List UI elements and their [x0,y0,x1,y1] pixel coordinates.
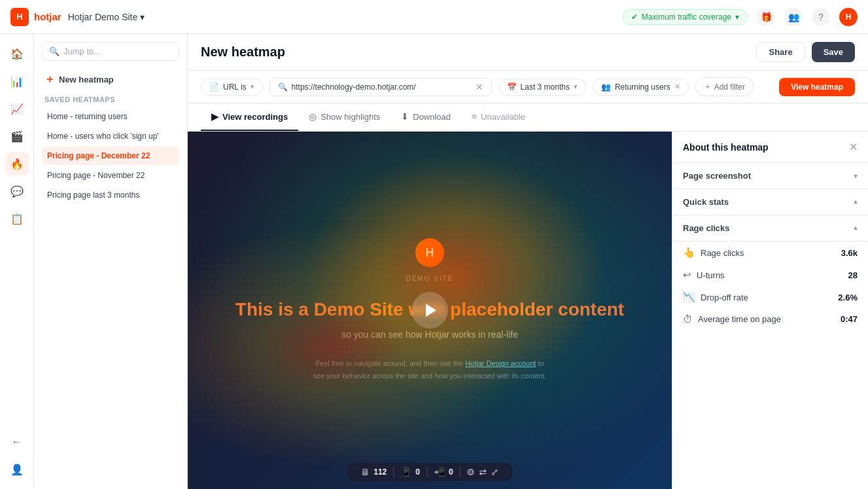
plus-icon: ＋ [704,81,712,92]
users-icon: 👥 [601,82,611,92]
save-button[interactable]: Save [812,42,855,62]
uturns-stat-row: ↩ U-turns 28 [672,264,868,286]
dropoff-label: Drop-off rate [701,293,748,302]
sidebar-item-analytics[interactable]: 📊 [5,69,29,93]
chevron-up-icon: ▾ [854,224,858,233]
sidebar-item-collapse[interactable]: ← [5,430,29,454]
sidebar-item-heatmaps[interactable]: 🔥 [5,152,29,175]
play-button-overlay[interactable] [411,292,448,329]
nav-left: H hotjar Hotjar Demo Site ▾ [10,8,145,26]
list-item[interactable]: Pricing page - November 22 [42,166,179,185]
list-item[interactable]: Pricing page last 3 months [42,186,179,204]
list-item[interactable]: Pricing page - December 22 [42,147,179,165]
dropoff-icon: 📉 [683,291,695,303]
app-body: 🏠 📊 📈 🎬 🔥 💬 📋 ← 👤 🔍 Jump to... ＋ New hea… [0,34,868,489]
page-screenshot-header[interactable]: Page screenshot ▾ [672,163,868,189]
share-button[interactable]: Share [756,42,805,62]
url-type-chip[interactable]: 📄 URL is ▾ [201,79,263,96]
document-icon: 📄 [209,82,219,92]
dropoff-label-group: 📉 Drop-off rate [683,291,748,303]
sidebar-item-funnels[interactable]: 📈 [5,97,29,120]
panel-header: About this heatmap ✕ [672,132,868,163]
quick-stats-header[interactable]: Quick stats ▾ [672,189,868,215]
filter-icon[interactable]: ⇄ [479,467,487,477]
panel-title: About this heatmap [683,142,769,153]
tab-show-highlights[interactable]: ◎ Show highlights [298,103,391,131]
uturns-label-group: ↩ U-turns [683,269,725,281]
chevron-down-icon: ▾ [140,12,145,22]
remove-filter-icon[interactable]: ✕ [674,82,680,91]
add-filter-button[interactable]: ＋ Add filter [695,77,754,96]
users-label: Returning users [615,82,670,92]
traffic-badge[interactable]: ✔ Maximum traffic coverage ▾ [623,9,748,25]
search-icon: 🔍 [49,46,60,56]
search-placeholder: Jump to... [63,46,101,56]
list-item[interactable]: Home - returning users [42,107,179,126]
clock-icon: ⏱ [683,314,693,325]
avatar[interactable]: H [839,8,858,26]
users-filter-chip[interactable]: 👥 Returning users ✕ [593,79,689,96]
search-icon: 🔍 [278,82,288,92]
demo-site-subtitle: so you can see how Hotjar works in real-… [341,327,518,342]
page-title: New heatmap [201,45,285,60]
tab-label: Show highlights [321,112,380,122]
list-item[interactable]: Home - users who click 'sign up' [42,127,179,145]
hotjar-logo[interactable]: H hotjar [10,8,61,26]
play-icon: ▶ [211,111,218,122]
sidebar-item-users[interactable]: 👤 [5,458,29,481]
chevron-down-icon: ▾ [251,82,254,91]
content-area: H DEMO SITE This is a Demo Site with pla… [188,132,868,489]
sidebar-item-recordings[interactable]: 🎬 [5,124,29,148]
sidebar-item-surveys[interactable]: 📋 [5,207,29,230]
tab-unavailable[interactable]: Unavailable [461,104,536,131]
tab-download[interactable]: ⬇ Download [391,103,461,131]
uturns-icon: ↩ [683,269,691,281]
rage-clicks-value: 3.6k [841,248,858,258]
tab-label: Download [413,112,451,122]
new-heatmap-label: New heatmap [59,75,114,84]
desktop-count: 112 [373,467,387,477]
title-highlight: Demo Site [314,299,404,319]
heatmap-preview: H DEMO SITE This is a Demo Site with pla… [188,132,672,489]
search-box[interactable]: 🔍 Jump to... [42,42,179,61]
view-heatmap-button[interactable]: View heatmap [779,78,855,96]
date-label: Last 3 months [521,82,570,92]
gifts-icon[interactable]: 🎁 [757,8,775,26]
team-icon[interactable]: 👥 [784,8,803,26]
mobile-count: 0 [449,467,453,477]
rage-clicks-section: Rage clicks ▾ [672,215,868,242]
date-range-chip[interactable]: 📅 Last 3 months ▾ [498,79,586,96]
avg-time-stat-row: ⏱ Average time on page 0:47 [672,308,868,330]
tab-view-recordings[interactable]: ▶ View recordings [201,103,298,131]
heatmap-toolbar: ▶ View recordings ◎ Show highlights ⬇ Do… [188,103,868,132]
url-input-container[interactable]: 🔍 ✕ [269,78,492,96]
sidebar-item-feedback[interactable]: 💬 [5,179,29,203]
rage-clicks-icon: 👆 [683,247,695,259]
rage-clicks-title: Rage clicks [683,223,730,233]
demo-link[interactable]: Hotjar Design account [465,359,536,367]
logo-text: hotjar [34,11,61,22]
new-heatmap-button[interactable]: ＋ New heatmap [42,69,179,90]
close-button[interactable]: ✕ [849,141,858,153]
tablet-count-group: 📱 0 [394,467,427,477]
rage-clicks-label-group: 👆 Rage clicks [683,247,744,259]
demo-site-body: Feel free to navigate around, and then u… [312,357,547,382]
url-input[interactable] [292,82,472,92]
help-icon[interactable]: ? [812,8,830,26]
rage-clicks-header[interactable]: Rage clicks ▾ [672,215,868,241]
site-selector[interactable]: Hotjar Demo Site ▾ [68,12,145,22]
sidebar-item-home[interactable]: 🏠 [5,42,29,65]
settings-icon[interactable]: ⚙ [467,467,476,477]
top-navigation: H hotjar Hotjar Demo Site ▾ ✔ Maximum tr… [0,0,868,34]
clear-icon[interactable]: ✕ [476,82,483,92]
check-icon: ✔ [631,12,638,22]
tablet-icon: 📱 [400,467,411,477]
highlight-icon: ◎ [309,111,317,122]
uturns-value: 28 [848,270,858,280]
plus-icon: ＋ [44,73,55,86]
expand-icon[interactable]: ⤢ [491,467,499,477]
download-icon: ⬇ [401,111,409,122]
left-panel: 🔍 Jump to... ＋ New heatmap Saved heatmap… [34,34,188,489]
heatmap-image: H DEMO SITE This is a Demo Site with pla… [188,132,672,489]
dropoff-stat-row: 📉 Drop-off rate 2.6% [672,286,868,308]
